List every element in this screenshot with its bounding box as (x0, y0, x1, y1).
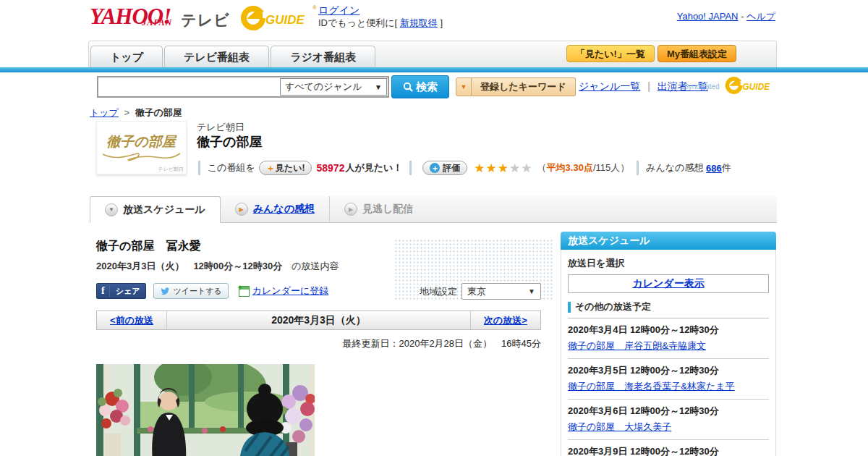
search-icon (403, 82, 413, 92)
mitai-button[interactable]: ＋見たい! (259, 161, 312, 175)
help-link[interactable]: ヘルプ (746, 11, 775, 22)
page: YAHOO! JAPAN テレビ GUIDE ® ログイン IDでもっと便利に[… (0, 0, 868, 456)
episode-title: 徹子の部屋 冨永愛 (96, 239, 541, 254)
star-icon: ★ (486, 161, 498, 175)
broadcast-schedule-panel: 放送スケジュール 放送日を選択 カレンダー表示 その他の放送予定 2020年3月… (561, 232, 776, 456)
calendar-plus-icon (239, 286, 250, 297)
average-score: 平均3.30点 (547, 161, 593, 174)
star-icon: ★ (498, 161, 509, 175)
accent-bar (0, 67, 868, 72)
star-icon: ★ (521, 161, 532, 175)
yahoo-japan-text: JAPAN (142, 12, 172, 33)
accent-bar-icon (568, 302, 571, 313)
tab-everyones-impressions[interactable]: ▶ みんなの感想 (221, 196, 330, 222)
last-updated: 最終更新日：2020年2月28日（金） 16時45分 (96, 337, 541, 350)
nav-tab-top[interactable]: トップ (90, 46, 163, 68)
site-header: YAHOO! JAPAN テレビ GUIDE ® ログイン IDでもっと便利に[… (0, 0, 868, 41)
breadcrumb-home-link[interactable]: トップ (90, 107, 119, 118)
syndicated-label: Syndicated (684, 83, 719, 90)
episode-datetime: 2020年3月3日（火） 12時00分～12時30分 の放送内容 (96, 260, 541, 273)
schedule-item: 2020年3月4日 12時00分～12時30分 徹子の部屋 岸谷五朗&寺脇康文 (568, 318, 769, 359)
triangle-down-icon: ▼ (105, 203, 118, 216)
nav-tab-tv-guide[interactable]: テレビ番組表 (164, 46, 269, 68)
schedule-episode-link[interactable]: 徹子の部屋 海老名香葉子&林家たま平 (568, 381, 735, 392)
tweet-button[interactable]: ツイートする (153, 283, 228, 299)
region-label: 地域設定 (420, 285, 457, 298)
star-icon: ★ (474, 161, 485, 175)
main-content: 徹子の部屋 冨永愛 2020年3月3日（火） 12時00分～12時30分 の放送… (96, 236, 541, 456)
schedule-date: 2020年3月6日 12時00分～12時30分 (568, 405, 769, 418)
divider (637, 161, 639, 175)
nav-tab-radio-guide[interactable]: ラジオ番組表 (271, 46, 375, 68)
region-selected-value: 東京 (467, 285, 486, 298)
search-button[interactable]: 検索 (391, 75, 449, 98)
schedule-date: 2020年3月5日 12時00分～12時30分 (568, 364, 769, 377)
facebook-icon: f (97, 285, 110, 297)
schedule-item: 2020年3月6日 12時00分～12時30分 徹子の部屋 大場久美子 (568, 400, 769, 440)
star-rating: ★★★★★ (474, 162, 532, 174)
mitai-post-text: 人が見たい！ (345, 161, 402, 174)
region-setting: 地域設定 東京 ▼ (420, 283, 541, 300)
schedule-episode-link[interactable]: 徹子の部屋 岸谷五朗&寺脇康文 (568, 340, 706, 351)
region-select[interactable]: 東京 ▼ (461, 283, 541, 300)
next-broadcast-link[interactable]: 次の放送> (470, 311, 540, 329)
breadcrumb: トップ > 徹子の部屋 (90, 106, 182, 119)
schedule-date: 2020年3月4日 12時00分～12時30分 (568, 324, 769, 337)
current-broadcast-date: 2020年3月3日（火） (167, 311, 470, 329)
chevron-down-icon: ▼ (456, 77, 472, 96)
schedule-episode-link[interactable]: 徹子の部屋 大場久美子 (568, 421, 671, 432)
nav-buttons: 「見たい!」一覧 My番組表設定 (566, 45, 736, 62)
schedule-date: 2020年3月9日 12時00分～12時30分 (568, 445, 769, 456)
mitai-count: 58972 (316, 162, 344, 174)
twitter-bird-icon (160, 287, 170, 295)
calendar-display-button[interactable]: カレンダー表示 (568, 274, 769, 293)
search-field: すべてのジャンル ▼ (97, 76, 389, 98)
divider (198, 161, 200, 175)
rating-population: /115人） (593, 161, 629, 174)
add-to-calendar[interactable]: カレンダーに登録 (239, 284, 329, 297)
gguide-icon: GUIDE (240, 4, 312, 32)
kanso-pre-text: みんなの感想 (646, 161, 703, 174)
program-meta-row: この番組を ＋見たい! 58972 人が見たい！ ＋評価 ★★★★★ （平均3.… (191, 159, 731, 177)
signup-link[interactable]: 新規取得 (400, 17, 438, 28)
episode-photo (96, 364, 315, 456)
search-row: すべてのジャンル ▼ 検索 ▼ 登録したキーワード ジャンル一覧 | 出演者一覧… (0, 72, 868, 104)
yahoo-japan-link[interactable]: Yahoo! JAPAN (677, 11, 739, 22)
tab-missed-streaming[interactable]: ▶ 見逃し配信 (330, 196, 427, 222)
schedule-item: 2020年3月5日 12時00分～12時30分 徹子の部屋 海老名香葉子&林家た… (568, 359, 769, 400)
share-row: f シェア ツイートする カレンダーに登録 地域設定 東京 ▼ (96, 283, 541, 299)
sidebar-title: 放送スケジュール (561, 232, 776, 250)
plus-icon: ＋ (266, 162, 275, 174)
mitai-pre-text: この番組を (208, 161, 255, 174)
breadcrumb-current: 徹子の部屋 (135, 107, 182, 118)
genre-selected-value: すべてのジャンル (285, 80, 362, 93)
previous-broadcast-link[interactable]: <前の放送 (97, 311, 167, 329)
login-link[interactable]: ログイン (318, 4, 359, 16)
star-icon: ★ (509, 161, 521, 175)
genre-select[interactable]: すべてのジャンル ▼ (280, 78, 387, 96)
yahoo-logo-text: YAHOO! JAPAN (90, 6, 171, 28)
global-nav: トップ テレビ番組表 ラジオ番組表 「見たい!」一覧 My番組表設定 (88, 41, 777, 68)
select-date-label: 放送日を選択 (568, 257, 769, 270)
kanso-count-link[interactable]: 686 (706, 163, 722, 174)
svg-text:GUIDE: GUIDE (743, 82, 771, 92)
facebook-share-button[interactable]: f シェア (96, 283, 146, 299)
registered-keywords-button[interactable]: ▼ 登録したキーワード (456, 77, 576, 96)
header-links: Yahoo! JAPAN - ヘルプ (677, 10, 775, 23)
divider (409, 161, 412, 175)
mitai-list-button[interactable]: 「見たい!」一覧 (566, 45, 655, 62)
registered-mark: ® (312, 4, 317, 11)
search-input[interactable] (98, 79, 280, 95)
genre-list-link[interactable]: ジャンル一覧 (579, 80, 640, 92)
sidebar-body: 放送日を選択 カレンダー表示 その他の放送予定 2020年3月4日 12時00分… (561, 250, 776, 456)
my-guide-settings-button[interactable]: My番組表設定 (658, 45, 736, 62)
program-logo-caption: テレビ朝日 (158, 166, 184, 173)
yahoo-japan-logo[interactable]: YAHOO! JAPAN テレビ (90, 6, 230, 30)
station-name: テレビ朝日 (197, 121, 244, 134)
rate-button[interactable]: ＋評価 (422, 161, 467, 175)
triangle-right-icon: ▶ (235, 203, 248, 216)
tab-broadcast-schedule[interactable]: ▼ 放送スケジュール (90, 196, 221, 223)
gguide-icon: GUIDE (725, 75, 775, 96)
service-name: テレビ (181, 10, 229, 30)
program-logo: 徹子の部屋 テレビ朝日 (96, 121, 187, 174)
